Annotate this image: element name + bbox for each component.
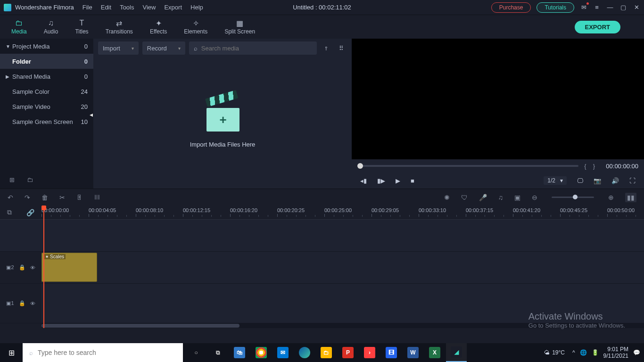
- volume-icon[interactable]: 🔊: [611, 177, 619, 184]
- timeline-hscroll[interactable]: [41, 323, 644, 328]
- split-icon[interactable]: ✂: [59, 194, 65, 201]
- menu-tools[interactable]: Tools: [120, 4, 134, 11]
- tray-network-icon[interactable]: 🌐: [580, 349, 587, 356]
- task-p[interactable]: P: [338, 343, 358, 362]
- taskbar-search[interactable]: ⌕: [23, 343, 183, 362]
- taskbar-search-input[interactable]: [38, 349, 176, 356]
- new-folder-icon[interactable]: ⊞: [9, 176, 15, 183]
- menu-list-icon[interactable]: ≡: [593, 4, 601, 11]
- task-edge[interactable]: [294, 343, 315, 362]
- minimize-icon[interactable]: —: [606, 4, 614, 11]
- playhead[interactable]: [43, 206, 44, 328]
- redo-icon[interactable]: ↷: [25, 194, 30, 201]
- tab-splitscreen[interactable]: ▦Split Screen: [218, 17, 262, 37]
- task-chrome[interactable]: [251, 343, 272, 362]
- zoom-out-icon[interactable]: ⊖: [532, 194, 537, 201]
- mic-icon[interactable]: 🎤: [479, 194, 487, 201]
- clip-scales[interactable]: Scales: [41, 253, 97, 282]
- track-body-1[interactable]: [41, 284, 644, 323]
- tray-battery-icon[interactable]: 🔋: [592, 349, 599, 356]
- task-video[interactable]: 🎞: [381, 343, 402, 362]
- tab-audio[interactable]: ♫Audio: [37, 17, 65, 37]
- menu-help[interactable]: Help: [190, 4, 203, 11]
- task-view[interactable]: ⧉: [207, 343, 228, 362]
- timeline-options-icon[interactable]: ▮▮: [625, 193, 636, 202]
- folder-open-icon[interactable]: 🗀: [27, 176, 33, 183]
- track-eye-icon[interactable]: 👁: [30, 301, 35, 306]
- sidebar-sample-color[interactable]: Sample Color24: [0, 84, 93, 99]
- track-eye-icon[interactable]: 👁: [30, 265, 35, 271]
- record-dropdown[interactable]: Record▾: [142, 41, 185, 55]
- collapse-sidebar-icon[interactable]: ◂: [90, 111, 93, 118]
- tab-media[interactable]: 🗀Media: [5, 17, 33, 37]
- fullscreen-icon[interactable]: ⛶: [629, 177, 636, 184]
- task-explorer[interactable]: 🗀: [316, 343, 337, 362]
- tray-chevron-icon[interactable]: ^: [572, 349, 575, 356]
- delete-icon[interactable]: 🗑: [41, 194, 48, 201]
- preview-zoom-select[interactable]: 1/2▾: [544, 176, 567, 185]
- snapshot-icon[interactable]: 📷: [594, 177, 601, 184]
- grid-view-icon[interactable]: ⠿: [336, 45, 347, 52]
- export-button[interactable]: EXPORT: [575, 21, 620, 33]
- task-mail[interactable]: ✉: [272, 343, 293, 362]
- maximize-icon[interactable]: ▢: [619, 4, 627, 11]
- track-label: ▣2: [6, 264, 14, 271]
- menu-edit[interactable]: Edit: [101, 4, 111, 11]
- tutorials-button[interactable]: Tutorials: [537, 2, 574, 13]
- filter-icon[interactable]: ⫯: [321, 45, 332, 52]
- mixer-icon[interactable]: ♫: [498, 194, 504, 201]
- menu-export[interactable]: Export: [164, 4, 182, 11]
- play-pause-icon[interactable]: ▮▶: [377, 177, 385, 184]
- render-icon[interactable]: ✺: [444, 194, 450, 201]
- crop-icon[interactable]: ▣: [514, 194, 520, 201]
- sidebar-shared-media[interactable]: ▶Shared Media0: [0, 69, 93, 84]
- task-store[interactable]: 🛍: [229, 343, 250, 362]
- sidebar-sample-green[interactable]: Sample Green Screen10: [0, 114, 93, 129]
- menu-view[interactable]: View: [142, 4, 156, 11]
- tray-weather[interactable]: 🌤19°C: [544, 349, 565, 356]
- tab-titles[interactable]: TTitles: [68, 17, 95, 37]
- voice-icon[interactable]: ⦀⦀: [94, 193, 100, 201]
- marker-icon[interactable]: 🛡: [461, 194, 468, 201]
- track-body-2[interactable]: Scales: [41, 252, 644, 283]
- mark-in-icon[interactable]: {: [583, 163, 587, 170]
- task-filmora[interactable]: ◢: [446, 343, 467, 362]
- preview-canvas[interactable]: [352, 39, 644, 159]
- tab-effects[interactable]: ✦Effects: [143, 17, 173, 37]
- media-drop-zone[interactable]: Import Media Files Here: [93, 58, 352, 189]
- sidebar-folder[interactable]: Folder0: [0, 54, 93, 69]
- sidebar-sample-video[interactable]: Sample Video20: [0, 99, 93, 114]
- messages-icon[interactable]: ✉: [580, 4, 587, 11]
- zoom-slider[interactable]: [552, 197, 594, 198]
- menu-file[interactable]: File: [83, 4, 92, 11]
- snap-icon[interactable]: ⧉: [7, 208, 12, 216]
- undo-icon[interactable]: ↶: [8, 194, 13, 201]
- task-excel[interactable]: X: [424, 343, 445, 362]
- mark-out-icon[interactable]: }: [592, 163, 596, 170]
- search-media[interactable]: ⌕: [189, 41, 317, 55]
- preview-scrubber[interactable]: [357, 165, 578, 167]
- close-icon[interactable]: ✕: [633, 4, 640, 11]
- search-input[interactable]: [201, 45, 312, 52]
- tab-elements[interactable]: ✧Elements: [177, 17, 214, 37]
- adjust-icon[interactable]: 🎚: [76, 194, 83, 201]
- purchase-button[interactable]: Purchase: [491, 2, 531, 13]
- time-ruler[interactable]: 00:00:00:0000:00:04:0500:00:08:1000:00:1…: [41, 206, 644, 219]
- task-word[interactable]: W: [403, 343, 423, 362]
- sidebar-project-media[interactable]: ▼Project Media0: [0, 39, 93, 54]
- tray-notifications-icon[interactable]: 💬: [633, 349, 640, 356]
- tray-clock[interactable]: 9:01 PM9/11/2021: [603, 346, 628, 360]
- track-lock-icon[interactable]: 🔒: [19, 264, 25, 271]
- play-icon[interactable]: ▶: [396, 177, 400, 184]
- zoom-in-icon[interactable]: ⊕: [608, 194, 614, 201]
- prev-frame-icon[interactable]: ◂▮: [360, 177, 367, 184]
- link-icon[interactable]: 🔗: [26, 209, 34, 216]
- tab-transitions[interactable]: ⇄Transitions: [99, 17, 140, 37]
- task-cortana[interactable]: ○: [186, 343, 206, 362]
- track-lock-icon[interactable]: 🔒: [19, 300, 25, 306]
- task-recorder[interactable]: ›: [359, 343, 380, 362]
- stop-icon[interactable]: ■: [411, 177, 414, 184]
- import-dropdown[interactable]: Import▾: [98, 41, 139, 55]
- display-icon[interactable]: 🖵: [577, 177, 583, 184]
- start-button[interactable]: ⊞: [0, 343, 23, 362]
